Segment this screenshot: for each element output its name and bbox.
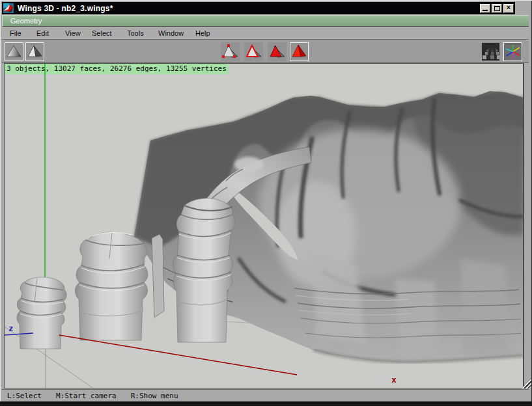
menu-edit[interactable]: Edit: [34, 27, 51, 40]
menu-bar: File Edit View Select Tools Window Help: [2, 27, 529, 40]
minimize-icon: [483, 10, 488, 11]
flat-shading-button[interactable]: [25, 42, 44, 61]
menu-view[interactable]: View: [63, 27, 83, 40]
rock-pillar-tall: [173, 198, 234, 342]
flat-shading-pyramid-icon: [27, 44, 43, 60]
face-mode-icon: [268, 43, 286, 61]
status-middle-mouse: M:Start camera: [56, 392, 117, 400]
menu-help[interactable]: Help: [193, 27, 213, 40]
close-icon: ×: [507, 4, 511, 11]
menu-file[interactable]: File: [7, 27, 24, 40]
menu-tools[interactable]: Tools: [124, 27, 147, 40]
close-button[interactable]: ×: [503, 4, 514, 13]
edge-mode-icon: [245, 43, 262, 61]
rock-pillar-middle: [75, 232, 148, 340]
x-axis-label: x: [391, 375, 397, 385]
minimize-button[interactable]: [480, 4, 490, 13]
wings3d-window: Wings 3D - nb2_3.wings* × Geometry File …: [0, 0, 532, 406]
ground-plane-icon: [482, 43, 499, 61]
status-right-mouse: R:Show menu: [131, 392, 178, 400]
status-left-mouse: L:Select: [7, 392, 42, 400]
smooth-shading-button[interactable]: [5, 42, 23, 61]
body-select-mode-button[interactable]: [290, 42, 309, 61]
rock-shard: [152, 234, 164, 318]
wings3d-logo-icon: [3, 3, 14, 13]
3d-scene[interactable]: z x: [5, 64, 524, 388]
menu-select[interactable]: Select: [89, 27, 115, 40]
geometry-window-header[interactable]: Geometry: [2, 15, 529, 27]
face-select-mode-button[interactable]: [268, 42, 287, 61]
maximize-button[interactable]: [492, 4, 502, 13]
window-title: Wings 3D - nb2_3.wings*: [18, 4, 113, 13]
window-bottom-edge: [0, 401, 532, 406]
menu-window[interactable]: Window: [156, 27, 186, 40]
axes-icon: [504, 43, 522, 61]
rock-pillar-left: [17, 277, 66, 349]
status-bar: L:Select M:Start camera R:Show menu: [2, 389, 529, 401]
axes-toggle-button[interactable]: [503, 42, 522, 61]
toolbar: [2, 40, 529, 63]
vertex-select-mode-button[interactable]: [221, 42, 240, 61]
maximize-icon: [494, 6, 500, 11]
ground-plane-button[interactable]: [481, 42, 500, 61]
smooth-shading-pyramid-icon: [6, 44, 22, 60]
title-bar[interactable]: Wings 3D - nb2_3.wings* ×: [2, 2, 515, 14]
viewport[interactable]: 3 objects, 13027 faces, 26276 edges, 132…: [4, 63, 524, 388]
body-mode-icon: [290, 43, 308, 61]
geometry-window-label: Geometry: [10, 17, 42, 25]
z-axis-label: z: [8, 324, 13, 333]
vertex-mode-icon: [221, 43, 239, 61]
edge-select-mode-button[interactable]: [244, 42, 263, 61]
